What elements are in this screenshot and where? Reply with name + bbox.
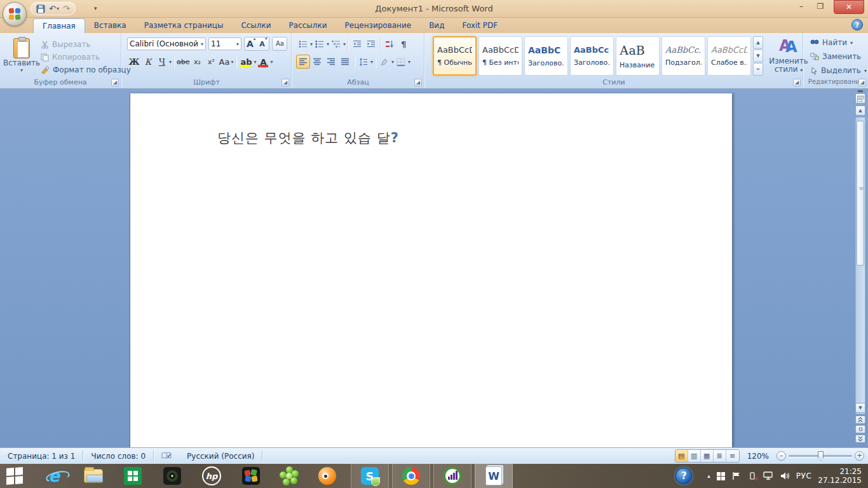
style-heading2[interactable]: AaBbCc Заголово... [570, 36, 614, 76]
style-heading1[interactable]: AaBbC Заголово... [524, 36, 568, 76]
multilevel-list-button[interactable] [329, 37, 343, 51]
select-button[interactable]: Выделить ▾ [810, 65, 867, 76]
split-handle[interactable] [858, 90, 863, 92]
change-styles-button[interactable]: AA Изменить стили ▾ [768, 36, 809, 79]
tab-mailings[interactable]: Рассылки [280, 18, 336, 33]
hidden-icons-chevron[interactable]: ▴ [707, 473, 710, 479]
style-title[interactable]: АаВ Название [616, 36, 660, 76]
highlight-button[interactable]: ab [238, 55, 254, 69]
select-browse-object-button[interactable] [855, 425, 865, 433]
web-layout-view-button[interactable]: ▦ [701, 450, 714, 462]
network-display-icon[interactable] [763, 471, 774, 480]
align-right-button[interactable] [324, 55, 338, 69]
word-taskbar-button[interactable]: W [475, 464, 513, 488]
next-page-button[interactable] [855, 435, 865, 443]
skype-taskbar-button[interactable]: S [351, 464, 389, 488]
clear-formatting-button[interactable]: Aa [272, 37, 287, 51]
file-explorer-icon[interactable] [79, 464, 108, 488]
zoom-level[interactable]: 120% [742, 452, 774, 461]
windows-store-icon[interactable] [118, 464, 147, 488]
language-indicator[interactable]: Русский (Россия) [179, 452, 262, 461]
tab-references[interactable]: Ссылки [232, 18, 280, 33]
full-screen-reading-view-button[interactable]: ▥ [688, 450, 701, 462]
print-layout-view-button[interactable]: ▤ [675, 450, 688, 462]
tab-page-layout[interactable]: Разметка страницы [135, 18, 233, 33]
page-indicator[interactable]: Страница: 1 из 1 [0, 452, 83, 461]
editing-dialog-launcher[interactable]: ◢ [858, 79, 866, 86]
change-case-dropdown-icon[interactable]: ▾ [231, 59, 233, 65]
tab-insert[interactable]: Вставка [85, 18, 135, 33]
previous-page-button[interactable] [855, 416, 865, 424]
help-button[interactable]: ? [851, 19, 863, 30]
styles-gallery-more-button[interactable]: ≂ [753, 63, 763, 76]
keyboard-language-indicator[interactable]: РУС [796, 471, 811, 480]
copy-button[interactable]: Копировать [41, 51, 131, 64]
scrollbar-thumb[interactable] [857, 121, 864, 266]
replace-button[interactable]: Заменить [810, 51, 867, 62]
close-button[interactable]: ✕ [834, 0, 864, 14]
icq-icon[interactable] [275, 464, 304, 488]
bullets-button[interactable] [296, 37, 310, 51]
gom-player-icon[interactable] [313, 464, 342, 488]
draft-view-button[interactable]: ≡ [726, 450, 739, 462]
style-no-spacing[interactable]: AaBbCcDc ¶ Без инте... [478, 36, 522, 76]
tab-home[interactable]: Главная [33, 18, 85, 33]
volume-icon[interactable] [780, 471, 790, 480]
change-case-button[interactable]: Aa▾ [219, 55, 234, 69]
justify-button[interactable] [338, 55, 352, 69]
document-page[interactable]: 당신은 무엇을 하고 있습 달? [130, 93, 733, 447]
style-subtitle[interactable]: AaBbCc. Подзагол... [661, 36, 705, 76]
scrollbar-track[interactable] [855, 117, 865, 414]
hp-app-icon[interactable]: hp [197, 464, 226, 488]
font-name-combobox[interactable]: Calibri (Основной те ▾ [127, 37, 206, 50]
numbering-button[interactable] [313, 37, 327, 51]
internet-explorer-icon[interactable]: e [39, 464, 69, 488]
zoom-slider-track[interactable] [789, 455, 852, 457]
font-color-button[interactable]: А [256, 55, 270, 69]
proofing-status-icon[interactable] [154, 452, 179, 460]
subscript-button[interactable]: x₂ [191, 55, 205, 69]
outline-view-button[interactable]: ≣ [714, 450, 726, 462]
zoom-out-button[interactable]: – [776, 451, 786, 461]
bold-button[interactable]: Ж [127, 55, 141, 69]
line-spacing-dropdown-icon[interactable]: ▾ [370, 59, 373, 65]
increase-indent-button[interactable] [364, 37, 378, 51]
font-color-dropdown-icon[interactable]: ▾ [270, 59, 273, 65]
minimize-button[interactable]: – [792, 0, 811, 13]
font-dialog-launcher[interactable]: ◢ [281, 79, 289, 86]
word-count[interactable]: Число слов: 0 [83, 452, 153, 461]
underline-button[interactable]: Ч [155, 55, 169, 69]
format-painter-button[interactable]: Формат по образцу [41, 64, 131, 76]
multilevel-dropdown-icon[interactable]: ▾ [343, 41, 346, 47]
zoom-in-button[interactable]: + [855, 451, 864, 461]
superscript-button[interactable]: x² [205, 55, 219, 69]
shrink-font-button[interactable]: А▾ [257, 39, 269, 48]
style-normal[interactable]: AaBbCcDc ¶ Обычный [433, 36, 477, 76]
clipboard-dialog-launcher[interactable]: ◢ [111, 79, 119, 86]
styles-scroll-up-button[interactable]: ▲ [753, 36, 763, 49]
line-spacing-button[interactable] [356, 55, 370, 69]
help-tray-icon[interactable]: ? [675, 468, 692, 484]
cut-button[interactable]: Вырезать [41, 38, 131, 51]
grow-font-button[interactable]: А▴ [245, 39, 257, 49]
decrease-indent-button[interactable] [350, 37, 364, 51]
stats-app-taskbar-button[interactable] [433, 464, 471, 488]
styles-dialog-launcher[interactable]: ◢ [793, 79, 801, 86]
tab-view[interactable]: Вид [420, 18, 453, 33]
scroll-up-button[interactable]: ▲ [855, 105, 865, 116]
scroll-down-button[interactable]: ▼ [855, 403, 865, 413]
paste-dropdown-icon[interactable]: ▾ [20, 67, 23, 73]
paragraph-dialog-launcher[interactable]: ◢ [414, 79, 422, 86]
shading-button[interactable] [377, 55, 391, 69]
strikethrough-button[interactable]: abe [176, 55, 191, 69]
font-size-dropdown-icon[interactable]: ▾ [234, 41, 239, 47]
italic-button[interactable]: К [141, 55, 155, 69]
ruler-toggle-button[interactable] [855, 93, 865, 104]
show-paragraph-marks-button[interactable]: ¶ [397, 37, 410, 51]
action-center-icon[interactable] [717, 472, 725, 480]
restore-button[interactable]: ❐ [811, 0, 830, 13]
webcam-app-icon[interactable] [158, 464, 187, 488]
borders-button[interactable] [394, 55, 408, 69]
style-subtle-emphasis[interactable]: AaBbCcD Слабое в... [707, 36, 751, 76]
align-left-button[interactable] [296, 55, 310, 69]
